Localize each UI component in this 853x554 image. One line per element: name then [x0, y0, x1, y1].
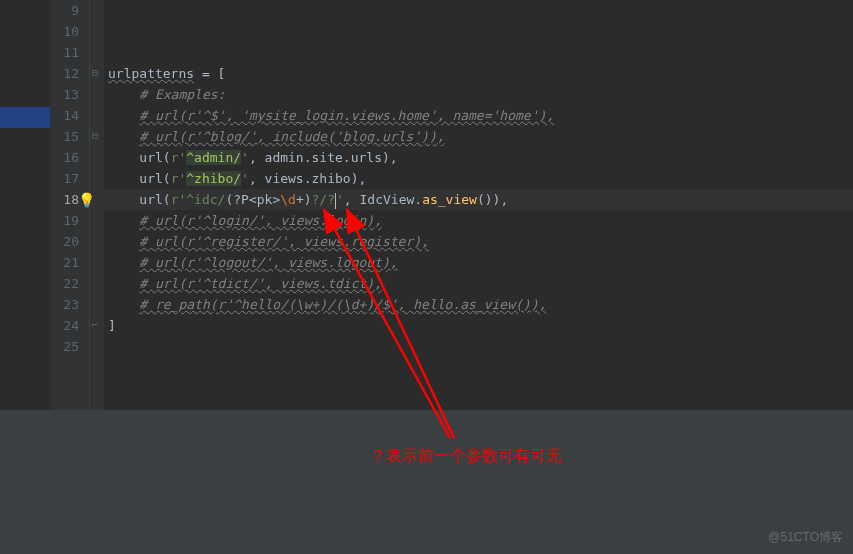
code-line[interactable]: # url(r'^$', 'mysite_login.views.home', … — [104, 105, 853, 126]
code-line[interactable]: # Examples: — [104, 84, 853, 105]
code-line[interactable] — [104, 336, 853, 357]
code-line[interactable]: # url(r'^register/', views.register), — [104, 231, 853, 252]
code-line[interactable] — [104, 42, 853, 63]
annotation-label: ？表示前一个参数可有可无 — [370, 446, 562, 467]
code-line[interactable]: ] — [104, 315, 853, 336]
line-number-current: 18 — [50, 189, 79, 210]
code-line[interactable]: url(r'^admin/', admin.site.urls), — [104, 147, 853, 168]
line-number: 16 — [50, 147, 79, 168]
fold-icon[interactable]: ⊟ — [92, 130, 102, 140]
line-number: 22 — [50, 273, 79, 294]
line-number: 14 — [50, 105, 79, 126]
line-number: 9 — [50, 0, 79, 21]
code-line[interactable]: # url(r'^logout/', views.logout), — [104, 252, 853, 273]
line-number: 24 — [50, 315, 79, 336]
editor-container: 9 10 11 12 13 14 15 16 17 18 19 20 21 22… — [0, 0, 853, 410]
code-line[interactable] — [104, 21, 853, 42]
code-line[interactable]: # url(r'^blog/', include('blog.urls')), — [104, 126, 853, 147]
line-number: 13 — [50, 84, 79, 105]
code-line[interactable]: # url(r'^tdict/', views.tdict), — [104, 273, 853, 294]
watermark: @51CTO博客 — [768, 529, 843, 546]
code-editor[interactable]: urlpatterns = [ # Examples: # url(r'^$',… — [104, 0, 853, 410]
line-number: 17 — [50, 168, 79, 189]
line-number: 25 — [50, 336, 79, 357]
left-margin — [0, 0, 50, 410]
gutter-highlight — [0, 107, 50, 128]
code-line[interactable]: urlpatterns = [ — [104, 63, 853, 84]
bottom-panel — [0, 410, 853, 554]
line-number: 11 — [50, 42, 79, 63]
fold-end-icon[interactable]: ⌐ — [92, 319, 102, 329]
code-line[interactable] — [104, 0, 853, 21]
code-line[interactable]: # re_path(r'^hello/(\w+)/(\d+)/$', hello… — [104, 294, 853, 315]
line-number: 15 — [50, 126, 79, 147]
lightbulb-icon[interactable]: 💡 — [78, 192, 95, 208]
line-number: 21 — [50, 252, 79, 273]
fold-icon[interactable]: ⊟ — [92, 67, 102, 77]
line-number: 20 — [50, 231, 79, 252]
code-line[interactable]: # url(r'^login/', views.login), — [104, 210, 853, 231]
code-line[interactable]: url(r'^zhibo/', views.zhibo), — [104, 168, 853, 189]
line-number: 12 — [50, 63, 79, 84]
line-number: 10 — [50, 21, 79, 42]
line-number: 23 — [50, 294, 79, 315]
line-number: 19 — [50, 210, 79, 231]
code-line-current[interactable]: url(r'^idc/(?P<pk>\d+)?/?', IdcView.as_v… — [104, 189, 853, 210]
